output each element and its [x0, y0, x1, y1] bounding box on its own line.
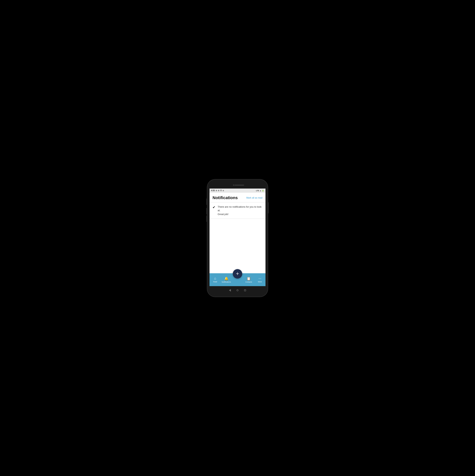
recents-button[interactable]	[244, 289, 246, 291]
empty-state-text: There are no notifications for you to lo…	[218, 205, 262, 216]
empty-message-line2: Great job!	[218, 213, 228, 216]
nav-item-contacts[interactable]: 📋 Contacts	[243, 276, 254, 283]
settings-icon: ⚙	[216, 190, 217, 192]
fab-button[interactable]: +	[233, 269, 242, 279]
no-disturb-icon: ⊘	[222, 190, 224, 192]
nav-item-feed[interactable]: ⌂ Feed	[209, 276, 221, 283]
nav-notifications-label: Notifications	[222, 281, 231, 283]
phone-inner: 4:55 ⚙ ⚙ Ⓐ ⊘ LTE ▲ 🔋 Notifications Mark …	[209, 182, 266, 294]
fab-plus-icon: +	[236, 271, 239, 276]
nav-contacts-label: Contacts	[245, 281, 252, 283]
checkmark-icon: ✔	[213, 205, 215, 209]
network-label: LTE	[256, 190, 259, 192]
battery-icon: 🔋	[262, 190, 264, 192]
more-icon: ···	[258, 276, 261, 280]
page-title: Notifications	[213, 195, 238, 200]
android-icon: Ⓐ	[220, 189, 222, 192]
mark-all-read-button[interactable]: Mark all as read	[246, 197, 262, 199]
nav-more-label: More	[258, 281, 262, 283]
nav-feed-label: Feed	[213, 281, 217, 283]
empty-notification-item: ✔ There are no notifications for you to …	[209, 202, 266, 219]
home-button[interactable]	[237, 289, 238, 291]
nav-item-more[interactable]: ··· More	[254, 276, 266, 283]
page-header: Notifications Mark all as read	[209, 193, 266, 202]
screen: 4:55 ⚙ ⚙ Ⓐ ⊘ LTE ▲ 🔋 Notifications Mark …	[209, 188, 266, 286]
signal-icon: ▲	[260, 190, 261, 192]
status-right: LTE ▲ 🔋	[256, 190, 264, 192]
bottom-nav: + ⌂ Feed 🔔 Notifications 📋	[209, 273, 266, 286]
status-left: 4:55 ⚙ ⚙ Ⓐ ⊘	[211, 189, 224, 192]
bell-icon: 🔔	[224, 276, 228, 281]
status-time: 4:55	[211, 189, 215, 192]
top-bezel	[209, 182, 266, 188]
speaker	[235, 185, 244, 186]
app-content: Notifications Mark all as read ✔ There a…	[209, 193, 266, 286]
home-icon: ⌂	[214, 276, 216, 280]
bottom-bezel	[209, 286, 266, 294]
phone-device: 4:55 ⚙ ⚙ Ⓐ ⊘ LTE ▲ 🔋 Notifications Mark …	[207, 179, 268, 297]
back-button[interactable]	[229, 289, 231, 292]
empty-message-line1: There are no notifications for you to lo…	[218, 205, 261, 212]
camera	[233, 184, 235, 186]
status-bar: 4:55 ⚙ ⚙ Ⓐ ⊘ LTE ▲ 🔋	[209, 188, 266, 193]
notification-list: ✔ There are no notifications for you to …	[209, 202, 266, 273]
nav-item-notifications[interactable]: 🔔 Notifications	[221, 276, 232, 283]
contacts-icon: 📋	[247, 276, 251, 281]
settings2-icon: ⚙	[218, 190, 219, 192]
